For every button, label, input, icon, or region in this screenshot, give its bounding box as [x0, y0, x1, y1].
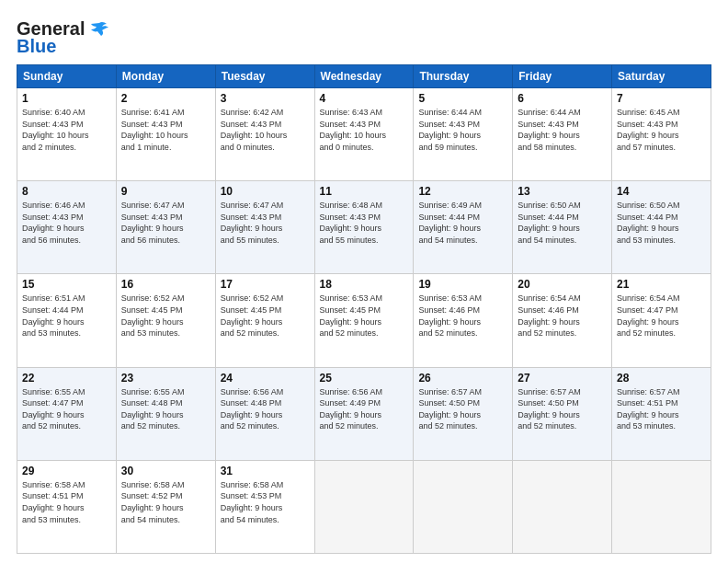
day-info: Sunrise: 6:58 AM Sunset: 4:51 PM Dayligh… — [22, 479, 111, 525]
day-number: 6 — [518, 92, 607, 105]
calendar-cell — [414, 460, 513, 553]
calendar-cell: 22Sunrise: 6:55 AM Sunset: 4:47 PM Dayli… — [17, 367, 117, 460]
day-number: 23 — [121, 372, 210, 385]
day-number: 14 — [617, 185, 706, 198]
calendar-cell: 29Sunrise: 6:58 AM Sunset: 4:51 PM Dayli… — [17, 460, 117, 553]
day-info: Sunrise: 6:53 AM Sunset: 4:46 PM Dayligh… — [418, 293, 507, 339]
calendar-cell: 7Sunrise: 6:45 AM Sunset: 4:43 PM Daylig… — [612, 88, 711, 181]
calendar-week-row: 8Sunrise: 6:46 AM Sunset: 4:43 PM Daylig… — [17, 181, 711, 274]
day-number: 10 — [221, 185, 310, 198]
day-number: 8 — [22, 185, 111, 198]
calendar-cell: 16Sunrise: 6:52 AM Sunset: 4:45 PM Dayli… — [116, 274, 215, 367]
calendar-cell — [513, 460, 612, 553]
day-info: Sunrise: 6:50 AM Sunset: 4:44 PM Dayligh… — [617, 200, 706, 246]
day-info: Sunrise: 6:55 AM Sunset: 4:47 PM Dayligh… — [22, 386, 111, 432]
day-number: 15 — [22, 278, 111, 291]
page: General Blue SundayMondayTuesdayWednesda… — [0, 0, 728, 563]
day-number: 19 — [418, 278, 507, 291]
day-info: Sunrise: 6:48 AM Sunset: 4:43 PM Dayligh… — [320, 200, 409, 246]
day-number: 13 — [518, 185, 607, 198]
day-number: 21 — [617, 278, 706, 291]
day-number: 3 — [221, 92, 310, 105]
calendar-week-row: 29Sunrise: 6:58 AM Sunset: 4:51 PM Dayli… — [17, 460, 711, 553]
day-info: Sunrise: 6:50 AM Sunset: 4:44 PM Dayligh… — [518, 200, 607, 246]
day-number: 5 — [418, 92, 507, 105]
day-of-week-thursday: Thursday — [414, 65, 513, 88]
day-of-week-friday: Friday — [513, 65, 612, 88]
day-number: 22 — [22, 372, 111, 385]
calendar-cell: 2Sunrise: 6:41 AM Sunset: 4:43 PM Daylig… — [116, 88, 215, 181]
day-of-week-wednesday: Wednesday — [314, 65, 414, 88]
calendar-cell: 13Sunrise: 6:50 AM Sunset: 4:44 PM Dayli… — [513, 181, 612, 274]
calendar-cell: 24Sunrise: 6:56 AM Sunset: 4:48 PM Dayli… — [215, 367, 314, 460]
day-info: Sunrise: 6:47 AM Sunset: 4:43 PM Dayligh… — [121, 200, 210, 246]
calendar-cell: 3Sunrise: 6:42 AM Sunset: 4:43 PM Daylig… — [215, 88, 314, 181]
calendar-cell: 4Sunrise: 6:43 AM Sunset: 4:43 PM Daylig… — [314, 88, 414, 181]
day-of-week-saturday: Saturday — [612, 65, 711, 88]
day-info: Sunrise: 6:49 AM Sunset: 4:44 PM Dayligh… — [418, 200, 507, 246]
calendar-cell: 17Sunrise: 6:52 AM Sunset: 4:45 PM Dayli… — [215, 274, 314, 367]
calendar-cell: 21Sunrise: 6:54 AM Sunset: 4:47 PM Dayli… — [612, 274, 711, 367]
day-number: 29 — [22, 465, 111, 477]
day-info: Sunrise: 6:47 AM Sunset: 4:43 PM Dayligh… — [221, 200, 310, 246]
day-number: 20 — [518, 278, 607, 291]
day-number: 4 — [320, 92, 409, 105]
day-info: Sunrise: 6:45 AM Sunset: 4:43 PM Dayligh… — [617, 107, 706, 153]
day-number: 25 — [320, 372, 409, 385]
calendar-cell: 30Sunrise: 6:58 AM Sunset: 4:52 PM Dayli… — [116, 460, 215, 553]
day-info: Sunrise: 6:52 AM Sunset: 4:45 PM Dayligh… — [221, 293, 310, 339]
day-number: 26 — [418, 372, 507, 385]
day-number: 18 — [320, 278, 409, 291]
calendar-week-row: 22Sunrise: 6:55 AM Sunset: 4:47 PM Dayli… — [17, 367, 711, 460]
day-info: Sunrise: 6:46 AM Sunset: 4:43 PM Dayligh… — [22, 200, 111, 246]
calendar-table: SundayMondayTuesdayWednesdayThursdayFrid… — [17, 64, 711, 554]
day-info: Sunrise: 6:58 AM Sunset: 4:53 PM Dayligh… — [221, 479, 310, 525]
day-info: Sunrise: 6:51 AM Sunset: 4:44 PM Dayligh… — [22, 293, 111, 339]
calendar-cell: 1Sunrise: 6:40 AM Sunset: 4:43 PM Daylig… — [17, 88, 117, 181]
day-info: Sunrise: 6:56 AM Sunset: 4:48 PM Dayligh… — [221, 386, 310, 432]
calendar-cell: 15Sunrise: 6:51 AM Sunset: 4:44 PM Dayli… — [17, 274, 117, 367]
day-number: 16 — [121, 278, 210, 291]
calendar-week-row: 15Sunrise: 6:51 AM Sunset: 4:44 PM Dayli… — [17, 274, 711, 367]
calendar-cell: 27Sunrise: 6:57 AM Sunset: 4:50 PM Dayli… — [513, 367, 612, 460]
day-number: 28 — [617, 372, 706, 385]
header: General Blue — [17, 15, 711, 57]
day-info: Sunrise: 6:44 AM Sunset: 4:43 PM Dayligh… — [418, 107, 507, 153]
day-info: Sunrise: 6:41 AM Sunset: 4:43 PM Dayligh… — [121, 107, 210, 153]
day-info: Sunrise: 6:52 AM Sunset: 4:45 PM Dayligh… — [121, 293, 210, 339]
day-info: Sunrise: 6:55 AM Sunset: 4:48 PM Dayligh… — [121, 386, 210, 432]
day-number: 31 — [221, 465, 310, 477]
calendar-cell: 11Sunrise: 6:48 AM Sunset: 4:43 PM Dayli… — [314, 181, 414, 274]
day-number: 27 — [518, 372, 607, 385]
calendar-cell: 19Sunrise: 6:53 AM Sunset: 4:46 PM Dayli… — [414, 274, 513, 367]
calendar-cell: 26Sunrise: 6:57 AM Sunset: 4:50 PM Dayli… — [414, 367, 513, 460]
day-number: 9 — [121, 185, 210, 198]
calendar-cell: 18Sunrise: 6:53 AM Sunset: 4:45 PM Dayli… — [314, 274, 414, 367]
day-info: Sunrise: 6:57 AM Sunset: 4:50 PM Dayligh… — [518, 386, 607, 432]
calendar-cell: 28Sunrise: 6:57 AM Sunset: 4:51 PM Dayli… — [612, 367, 711, 460]
logo: General Blue — [17, 18, 108, 57]
calendar-week-row: 1Sunrise: 6:40 AM Sunset: 4:43 PM Daylig… — [17, 88, 711, 181]
day-info: Sunrise: 6:42 AM Sunset: 4:43 PM Dayligh… — [221, 107, 310, 153]
calendar-header-row: SundayMondayTuesdayWednesdayThursdayFrid… — [17, 65, 711, 88]
day-number: 11 — [320, 185, 409, 198]
calendar-cell: 10Sunrise: 6:47 AM Sunset: 4:43 PM Dayli… — [215, 181, 314, 274]
day-info: Sunrise: 6:43 AM Sunset: 4:43 PM Dayligh… — [320, 107, 409, 153]
day-number: 17 — [221, 278, 310, 291]
day-number: 1 — [22, 92, 111, 105]
calendar-cell: 5Sunrise: 6:44 AM Sunset: 4:43 PM Daylig… — [414, 88, 513, 181]
calendar-cell: 12Sunrise: 6:49 AM Sunset: 4:44 PM Dayli… — [414, 181, 513, 274]
day-info: Sunrise: 6:54 AM Sunset: 4:47 PM Dayligh… — [617, 293, 706, 339]
calendar-cell — [612, 460, 711, 553]
logo-bird-icon — [88, 21, 108, 38]
logo-blue-text: Blue — [17, 36, 56, 57]
day-number: 7 — [617, 92, 706, 105]
day-info: Sunrise: 6:54 AM Sunset: 4:46 PM Dayligh… — [518, 293, 607, 339]
calendar-cell: 6Sunrise: 6:44 AM Sunset: 4:43 PM Daylig… — [513, 88, 612, 181]
calendar-cell: 14Sunrise: 6:50 AM Sunset: 4:44 PM Dayli… — [612, 181, 711, 274]
day-of-week-monday: Monday — [116, 65, 215, 88]
calendar-cell: 25Sunrise: 6:56 AM Sunset: 4:49 PM Dayli… — [314, 367, 414, 460]
calendar-cell: 9Sunrise: 6:47 AM Sunset: 4:43 PM Daylig… — [116, 181, 215, 274]
day-number: 30 — [121, 465, 210, 477]
day-info: Sunrise: 6:53 AM Sunset: 4:45 PM Dayligh… — [320, 293, 409, 339]
